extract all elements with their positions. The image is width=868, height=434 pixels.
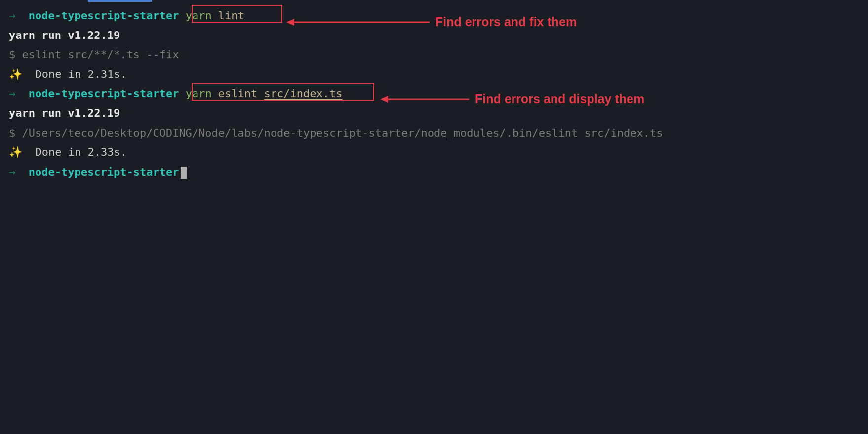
command-args: eslint [212, 87, 264, 100]
executed-command: /Users/teco/Desktop/CODING/Node/labs/nod… [15, 127, 663, 139]
command-args-path: src/index.ts [264, 87, 343, 100]
project-name: node-typescript-starter [29, 87, 179, 100]
dollar-sign: $ [9, 48, 15, 61]
annotation-label-2: Find errors and display them [475, 88, 644, 110]
annotation-label-1: Find errors and fix them [435, 11, 577, 33]
prompt-arrow-icon: → [9, 87, 29, 100]
yarn-run-version: yarn run v1.22.19 [9, 29, 120, 41]
terminal-line: → node-typescript-starter [9, 162, 859, 182]
annotation-2: Find errors and display them [380, 88, 644, 110]
prompt-arrow-icon: → [9, 9, 29, 22]
tab-indicator [88, 0, 152, 2]
sparkle-icon: ✨ [9, 68, 22, 80]
terminal-line: ✨ Done in 2.33s. [9, 143, 859, 162]
done-message: Done in 2.33s. [22, 146, 127, 158]
terminal-line: $ eslint src/**/*.ts --fix [9, 45, 859, 65]
command-yarn: yarn [186, 9, 212, 22]
prompt-arrow-icon: → [9, 166, 29, 178]
dollar-sign: $ [9, 127, 15, 139]
terminal-line: $ /Users/teco/Desktop/CODING/Node/labs/n… [9, 123, 859, 143]
terminal-cursor[interactable] [181, 167, 187, 179]
sparkle-icon: ✨ [9, 146, 22, 158]
project-name: node-typescript-starter [29, 166, 179, 178]
svg-marker-3 [380, 96, 388, 103]
annotation-1: Find errors and fix them [286, 11, 577, 33]
arrow-left-icon [286, 17, 430, 27]
command-yarn: yarn [186, 87, 212, 100]
arrow-left-icon [380, 94, 469, 104]
svg-marker-1 [286, 19, 294, 26]
executed-command: eslint src/**/*.ts --fix [15, 48, 179, 61]
done-message: Done in 2.31s. [22, 68, 127, 80]
yarn-run-version: yarn run v1.22.19 [9, 107, 120, 119]
project-name: node-typescript-starter [29, 9, 179, 22]
terminal-line: ✨ Done in 2.31s. [9, 65, 859, 84]
command-args: lint [212, 9, 244, 22]
